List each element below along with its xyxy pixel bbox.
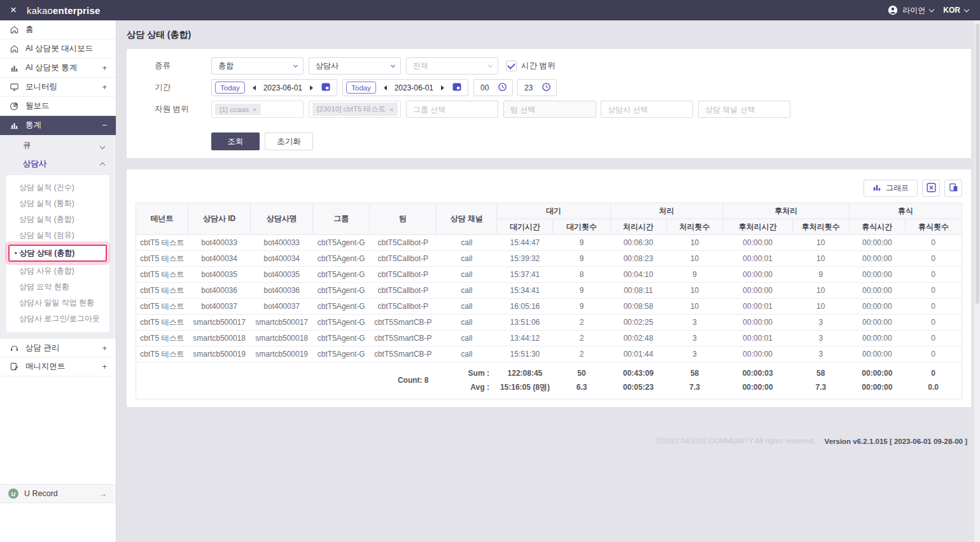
summary-avg-value: 6.3 — [553, 381, 610, 395]
sidebar-item-statistics[interactable]: 통계 − — [0, 116, 116, 135]
hour-to-value: 23 — [524, 83, 533, 92]
collapse-minus-icon[interactable]: − — [102, 120, 107, 130]
prev-day-icon[interactable] — [384, 85, 387, 90]
sidebar-item-urecord[interactable]: U U Record → — [0, 484, 116, 503]
column-header: 그룹 — [313, 203, 370, 235]
chevron-down-icon — [293, 63, 298, 68]
type-select[interactable]: 총합 — [211, 57, 304, 75]
table-cell: 00:01:44 — [610, 346, 666, 362]
next-day-icon[interactable] — [441, 85, 444, 90]
chevron-down-icon[interactable] — [964, 6, 969, 11]
table-row: cbtT5 테스트bot400034bot400034cbtT5Agent-Gc… — [136, 251, 962, 267]
sidebar-item-label: U Record — [24, 489, 58, 498]
table-cell: 3 — [792, 346, 849, 362]
hour-from-picker[interactable]: 00 — [473, 79, 513, 96]
calendar-icon[interactable] — [452, 82, 462, 94]
submenu-group-agent[interactable]: 상담사 — [0, 155, 116, 173]
sidebar-item-label: AI 상담봇 통계 — [25, 62, 77, 73]
copy-button[interactable] — [944, 180, 962, 197]
close-icon[interactable]: × — [0, 0, 27, 20]
table-cell: 10 — [666, 251, 723, 267]
sidebar-sublink[interactable]: 상담 실적 (통화) — [6, 196, 109, 211]
date-from-value[interactable]: 2023-06-01 — [263, 83, 302, 92]
table-row: cbtT5 테스트bot400033bot400033cbtT5Agent-Gc… — [136, 235, 962, 251]
table-cell: 0 — [905, 235, 962, 251]
sidebar-sublink[interactable]: 상담 사유 (총합) — [6, 263, 109, 279]
language-selector[interactable]: KOR — [943, 6, 960, 15]
table-cell: 2 — [553, 331, 610, 346]
prev-day-icon[interactable] — [253, 85, 256, 90]
agent-select-input[interactable] — [601, 101, 693, 118]
today-button[interactable]: Today — [346, 82, 376, 94]
submenu-group-queue[interactable]: 큐 — [0, 136, 116, 155]
calendar-icon[interactable] — [321, 82, 331, 94]
sidebar-sublink-label: 상담 실적 (점유) — [19, 230, 74, 241]
sidebar-item-ai-dashboard[interactable]: AI 상담봇 대시보드 — [0, 39, 116, 59]
sidebar-sublink[interactable]: 상담 실적 (점유) — [6, 227, 109, 243]
table-cell: cbtT5Callbot-P — [370, 251, 437, 267]
expand-plus-icon[interactable]: + — [102, 362, 107, 371]
table-cell: 00:00:00 — [849, 331, 905, 346]
tenant-tag-chip: [23010] cbtT5 테스트× — [312, 103, 398, 116]
chevron-down-icon[interactable] — [929, 6, 934, 11]
table-cell: cbtT5Callbot-P — [370, 299, 437, 315]
clock-icon — [542, 82, 551, 94]
sidebar-sublink-label: 상담 실적 (통화) — [19, 198, 74, 209]
table-cell: 00:00:00 — [849, 251, 905, 267]
sidebar-sublink[interactable]: 상담사 일일 작업 현황 — [6, 295, 109, 311]
sidebar-item-home[interactable]: 홈 — [0, 20, 116, 39]
table-cell: 9 — [553, 251, 610, 267]
table-cell: 00:02:25 — [610, 315, 666, 331]
scrollbar-thumb[interactable] — [976, 24, 979, 304]
sidebar-item-consult-mgmt[interactable]: 상담 관리 + — [0, 338, 116, 357]
table-cell: cbtT5Callbot-P — [370, 235, 437, 251]
table-cell: 2 — [553, 346, 610, 362]
search-button[interactable]: 조회 — [211, 132, 260, 150]
summary-cell: 587.3 — [666, 362, 723, 399]
expand-plus-icon[interactable]: + — [102, 82, 107, 92]
logo-bold: enterprise — [53, 5, 101, 16]
reset-button[interactable]: 초기화 — [265, 132, 313, 150]
table-cell: 0 — [905, 315, 962, 331]
table-cell: 3 — [666, 315, 723, 331]
sidebar-item-ai-stats[interactable]: AI 상담봇 통계 + — [0, 59, 116, 78]
column-subheader: 대기횟수 — [553, 219, 610, 235]
excel-export-button[interactable] — [922, 180, 940, 197]
table-cell: 10 — [792, 235, 849, 251]
column-header: 테넌트 — [136, 203, 188, 235]
sidebar-sublink[interactable]: •상담 상태 (총합) — [8, 245, 107, 262]
checkbox-checked-icon[interactable] — [506, 61, 517, 71]
date-from-picker: Today 2023-06-01 — [211, 79, 337, 96]
team-select-input[interactable] — [503, 101, 596, 118]
sidebar-sublink[interactable]: 상담 실적 (건수) — [6, 180, 109, 196]
table-cell: cbtT5Agent-G — [313, 331, 370, 346]
expand-plus-icon[interactable]: + — [102, 63, 107, 73]
date-to-value[interactable]: 2023-06-01 — [395, 83, 433, 92]
sidebar-item-wallboard[interactable]: 월보드 — [0, 97, 116, 116]
hour-to-picker[interactable]: 23 — [517, 79, 557, 96]
results-table: 테넌트 상담사 ID 상담사명 그룹 팀 상담 채널 대기 처리 후처리 휴식 … — [136, 203, 962, 399]
table-cell: 15:37:41 — [497, 267, 553, 283]
time-range-toggle[interactable]: 시간 범위 — [506, 61, 555, 71]
sidebar-item-monitoring[interactable]: 모니터링 + — [0, 78, 116, 97]
group-select-input[interactable] — [406, 101, 498, 118]
scrollbar-track[interactable] — [974, 20, 980, 542]
target-select[interactable]: 상담사 — [309, 57, 401, 75]
channel-select-input[interactable] — [698, 101, 790, 118]
sidebar-item-management[interactable]: 매니지먼트 + — [0, 357, 116, 376]
table-cell: cbtT5 테스트 — [136, 299, 188, 315]
next-day-icon[interactable] — [310, 85, 313, 90]
sidebar-sublink[interactable]: 상담 실적 (총합) — [6, 211, 109, 227]
expand-plus-icon[interactable]: + — [102, 343, 107, 353]
column-subheader: 처리횟수 — [666, 219, 723, 235]
table-cell: cbtT5 테스트 — [136, 251, 188, 267]
table-row: cbtT5 테스트bot400036bot400036cbtT5Agent-Gc… — [136, 283, 962, 299]
date-to-picker: Today 2023-06-01 — [342, 79, 468, 96]
sidebar-sublink[interactable]: 상담사 로그인/로그아웃 — [6, 311, 109, 327]
user-name[interactable]: 라이언 — [902, 5, 925, 16]
today-button[interactable]: Today — [215, 82, 245, 94]
sidebar-sublink[interactable]: 상담 요약 현황 — [6, 279, 109, 295]
graph-button[interactable]: 그래프 — [864, 180, 918, 197]
table-cell: smartcb500017 — [188, 315, 251, 331]
headset-icon — [10, 343, 19, 353]
